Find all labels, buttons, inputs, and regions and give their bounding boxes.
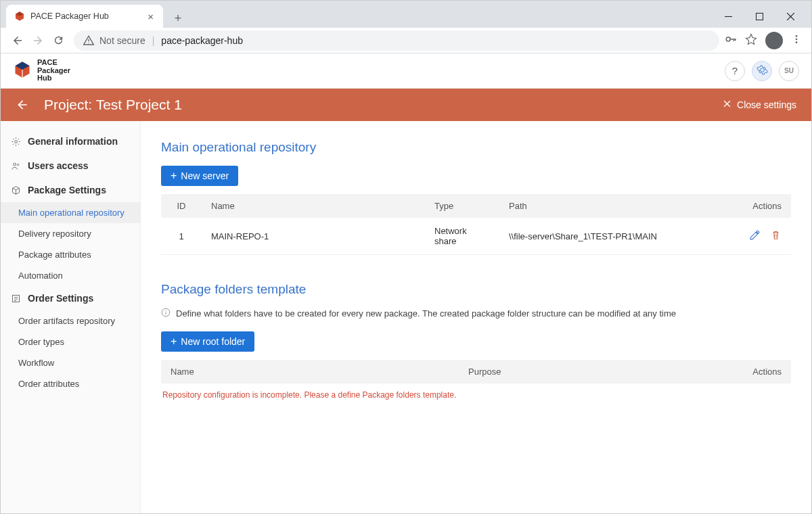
url-box[interactable]: Not secure | pace-packager-hub: [74, 30, 719, 51]
error-message: Repository configuration is incomplete. …: [161, 383, 791, 406]
info-icon: [161, 308, 171, 319]
url-divider: |: [152, 35, 155, 46]
star-icon[interactable]: [745, 33, 757, 48]
sidebar-item-main-repo[interactable]: Main operational repository: [1, 202, 140, 223]
sidebar-item-automation[interactable]: Automation: [1, 265, 140, 286]
svg-point-16: [13, 163, 16, 166]
col-name: Name: [202, 194, 425, 218]
close-settings-button[interactable]: Close settings: [723, 99, 796, 110]
project-title: Project: Test Project 1: [44, 97, 182, 113]
col-name: Name: [171, 367, 468, 377]
cell-path: \\file-server\Share_1\TEST-PR1\MAIN: [499, 218, 723, 255]
repo-table: ID Name Type Path Actions 1 MAIN-REPO-1 …: [161, 194, 791, 255]
sidebar-item-order-artifacts[interactable]: Order artifacts repository: [1, 310, 140, 331]
sidebar-item-delivery-repo[interactable]: Delivery repository: [1, 223, 140, 244]
folders-table-header: Name Purpose Actions: [161, 360, 791, 383]
sidebar-item-workflow[interactable]: Workflow: [1, 352, 140, 373]
new-root-folder-button[interactable]: + New root folder: [161, 331, 254, 352]
not-secure-icon: [83, 35, 94, 46]
app-logo[interactable]: PACE Packager Hub: [13, 59, 70, 83]
reload-button[interactable]: [48, 30, 68, 51]
cube-icon: [14, 11, 25, 22]
not-secure-label: Not secure: [99, 35, 145, 46]
col-actions: Actions: [714, 367, 782, 377]
info-row: Define what folders have to be created f…: [161, 308, 791, 319]
col-actions: Actions: [723, 194, 791, 218]
settings-button[interactable]: [752, 61, 772, 81]
close-settings-label: Close settings: [737, 99, 796, 110]
browser-tab[interactable]: PACE Packager Hub ×: [6, 5, 163, 28]
main-content: Main operational repository + New server…: [141, 121, 811, 513]
tab-title: PACE Packager Hub: [30, 11, 109, 21]
cell-actions: [723, 218, 791, 255]
minimize-button[interactable]: [713, 6, 744, 26]
svg-rect-5: [88, 39, 89, 41]
question-icon: ?: [732, 65, 738, 76]
col-id: ID: [161, 194, 202, 218]
cell-type: Network share: [425, 218, 499, 255]
info-text: Define what folders have to be created f…: [176, 308, 676, 319]
user-initials: SU: [784, 67, 794, 74]
app-header: PACE Packager Hub ? SU: [1, 53, 811, 89]
app-logo-text: PACE Packager Hub: [37, 59, 70, 83]
svg-point-4: [88, 42, 89, 43]
gear-icon: [757, 64, 768, 78]
project-title-bar: Project: Test Project 1 Close settings: [1, 89, 811, 121]
sidebar-item-order-attrs[interactable]: Order attributes: [1, 373, 140, 394]
edit-icon[interactable]: [749, 229, 761, 241]
sidebar: General information Users access Package…: [1, 121, 141, 513]
svg-point-25: [165, 310, 166, 311]
sidebar-general-information[interactable]: General information: [1, 129, 140, 154]
maximize-button[interactable]: [744, 6, 775, 26]
key-icon[interactable]: [725, 33, 737, 48]
sidebar-item-package-attrs[interactable]: Package attributes: [1, 244, 140, 265]
table-row: 1 MAIN-REPO-1 Network share \\file-serve…: [161, 218, 791, 255]
sidebar-item-order-types[interactable]: Order types: [1, 331, 140, 352]
profile-avatar-icon[interactable]: [765, 32, 783, 49]
sidebar-order-settings[interactable]: Order Settings: [1, 286, 140, 310]
menu-icon[interactable]: [791, 34, 802, 47]
cell-id: 1: [161, 218, 202, 255]
browser-chrome: PACE Packager Hub × +: [1, 1, 811, 53]
sidebar-users-access[interactable]: Users access: [1, 154, 140, 178]
svg-point-6: [726, 37, 730, 41]
cube-icon: [10, 185, 21, 195]
back-arrow-icon[interactable]: [16, 98, 29, 112]
close-icon: [723, 99, 731, 110]
close-window-button[interactable]: [775, 6, 806, 26]
svg-rect-1: [756, 13, 763, 20]
window-controls: [713, 5, 806, 28]
user-avatar[interactable]: SU: [779, 61, 799, 81]
col-path: Path: [499, 194, 723, 218]
cell-name: MAIN-REPO-1: [202, 218, 425, 255]
svg-point-10: [796, 35, 798, 37]
addr-right: [725, 32, 805, 49]
back-button[interactable]: [7, 30, 28, 51]
new-tab-button[interactable]: +: [168, 9, 187, 28]
section-title-repo: Main operational repository: [161, 140, 791, 155]
section-title-folders: Package folders template: [161, 282, 791, 297]
tab-strip: PACE Packager Hub × +: [1, 1, 811, 28]
cube-icon: [13, 60, 32, 81]
sidebar-package-settings[interactable]: Package Settings: [1, 178, 140, 202]
address-bar: Not secure | pace-packager-hub: [1, 28, 811, 53]
list-icon: [10, 294, 21, 304]
plus-icon: +: [171, 336, 177, 347]
svg-point-11: [796, 38, 798, 40]
close-tab-icon[interactable]: ×: [146, 11, 155, 22]
delete-icon[interactable]: [770, 229, 782, 241]
svg-point-15: [14, 140, 17, 143]
svg-point-12: [796, 41, 798, 43]
url-text: pace-packager-hub: [161, 35, 243, 46]
help-button[interactable]: ?: [725, 61, 745, 81]
new-server-button[interactable]: + New server: [161, 166, 238, 186]
gear-icon: [10, 137, 21, 147]
body: General information Users access Package…: [1, 121, 811, 513]
svg-point-17: [17, 164, 19, 166]
forward-button[interactable]: [28, 30, 48, 51]
col-purpose: Purpose: [468, 367, 714, 377]
plus-icon: +: [171, 170, 177, 181]
col-type: Type: [425, 194, 499, 218]
users-icon: [10, 161, 21, 171]
